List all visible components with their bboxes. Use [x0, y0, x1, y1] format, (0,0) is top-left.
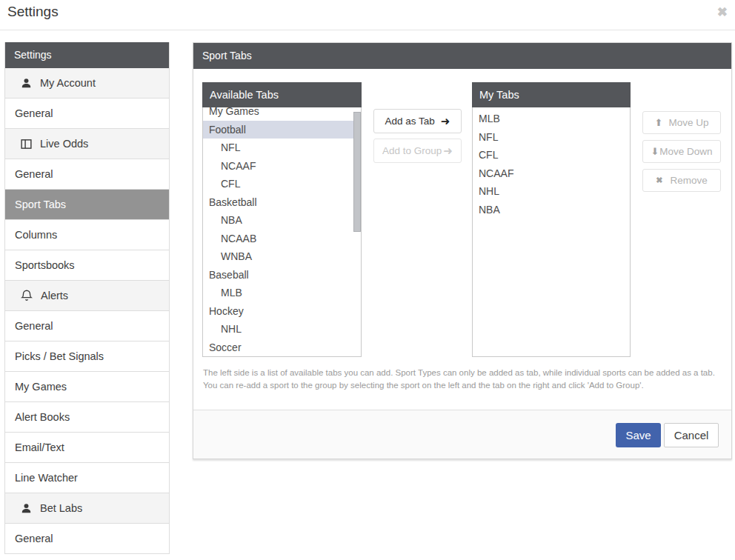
- available-tab-wnba[interactable]: WNBA: [203, 247, 361, 266]
- available-tab-football[interactable]: Football: [203, 121, 361, 139]
- sidebar-item-alert-books[interactable]: Alert Books: [5, 402, 169, 433]
- sidebar-item-picks-bet-signals[interactable]: Picks / Bet Signals: [5, 341, 169, 372]
- remove-button[interactable]: ✖ Remove: [642, 169, 721, 192]
- add-as-tab-label: Add as Tab: [385, 116, 435, 127]
- sidebar-item-label: Alerts: [41, 290, 68, 301]
- sidebar-item-label: General: [15, 533, 53, 544]
- arrow-right-icon: ➜: [441, 116, 450, 127]
- sidebar-item-label: General: [15, 320, 53, 332]
- sidebar-header: Settings: [5, 42, 169, 68]
- person-icon: [20, 502, 33, 515]
- available-tab-mlb[interactable]: MLB: [203, 284, 361, 302]
- close-icon[interactable]: ✖: [717, 4, 728, 20]
- available-tab-soccer[interactable]: Soccer: [203, 339, 361, 357]
- sidebar-item-alerts-general[interactable]: General: [5, 311, 169, 341]
- sidebar-item-label: My Account: [40, 77, 96, 89]
- sidebar-item-label: Live Odds: [40, 138, 88, 150]
- available-tab-nba[interactable]: NBA: [203, 211, 361, 230]
- dialog-title: Settings: [7, 4, 59, 20]
- sidebar-item-label: Email/Text: [15, 441, 64, 453]
- add-to-group-label: Add to Group: [382, 145, 442, 156]
- available-tabs-listbox: Available Tabs My Games Football NFL NCA…: [202, 82, 362, 357]
- add-as-tab-button[interactable]: Add as Tab ➜: [373, 109, 462, 133]
- sidebar-item-email-text[interactable]: Email/Text: [5, 433, 169, 463]
- my-tabs-header: My Tabs: [472, 82, 631, 107]
- my-tab-nfl[interactable]: NFL: [473, 128, 630, 147]
- my-tab-nhl[interactable]: NHL: [473, 182, 630, 201]
- sidebar-item-label: Bet Labs: [40, 502, 82, 514]
- sidebar-item-my-games[interactable]: My Games: [5, 372, 169, 402]
- available-tabs-list: My Games Football NFL NCAAF CFL Basketba…: [202, 107, 362, 357]
- sidebar-item-label: My Games: [15, 381, 67, 393]
- arrow-right-icon: ➜: [443, 145, 453, 156]
- panel-body: Available Tabs My Games Football NFL NCA…: [193, 69, 731, 410]
- available-tab-nhl[interactable]: NHL: [203, 320, 361, 339]
- person-icon: [20, 77, 33, 90]
- my-tab-cfl[interactable]: CFL: [473, 146, 630, 164]
- sidebar-item-betlabs-general[interactable]: General: [5, 524, 169, 554]
- available-tab-my-games[interactable]: My Games: [203, 107, 361, 121]
- move-up-button[interactable]: ⬆ Move Up: [642, 111, 721, 134]
- sidebar-item-bet-labs[interactable]: Bet Labs: [5, 493, 169, 524]
- sidebar-item-live-odds[interactable]: Live Odds: [5, 129, 169, 159]
- my-tabs-list: MLB NFL CFL NCAAF NHL NBA: [472, 107, 631, 357]
- available-tab-baseball[interactable]: Baseball: [203, 266, 361, 284]
- top-divider: [0, 30, 735, 30]
- sidebar-item-label: Columns: [15, 229, 57, 241]
- sidebar-item-label: Line Watcher: [15, 472, 78, 484]
- sidebar-item-label: Alert Books: [15, 411, 70, 423]
- sidebar-item-account-general[interactable]: General: [5, 99, 169, 129]
- sidebar-item-sportsbooks[interactable]: Sportsbooks: [5, 250, 169, 281]
- settings-sidebar: Settings My Account General Live Odds Ge…: [4, 42, 170, 554]
- my-tab-mlb[interactable]: MLB: [473, 110, 630, 128]
- sidebar-item-sport-tabs[interactable]: Sport Tabs: [5, 190, 169, 220]
- bell-icon: [20, 289, 33, 302]
- x-icon: ✖: [656, 176, 662, 184]
- sidebar-item-line-watcher[interactable]: Line Watcher: [5, 463, 169, 493]
- sidebar-item-alerts[interactable]: Alerts: [5, 281, 169, 311]
- panel-header: Sport Tabs: [193, 43, 731, 69]
- arrow-up-icon: ⬆: [655, 118, 663, 127]
- sidebar-item-columns[interactable]: Columns: [5, 220, 169, 250]
- available-tab-basketball[interactable]: Basketball: [203, 193, 361, 212]
- available-tabs-header: Available Tabs: [202, 82, 362, 107]
- sidebar-item-label: General: [15, 168, 53, 180]
- description-text: The left side is a list of available tab…: [203, 367, 723, 393]
- available-tab-ncaaf[interactable]: NCAAF: [203, 157, 361, 176]
- cancel-button[interactable]: Cancel: [664, 423, 719, 447]
- available-tab-hockey[interactable]: Hockey: [203, 302, 361, 321]
- add-to-group-button[interactable]: Add to Group ➜: [373, 139, 462, 163]
- my-tab-nba[interactable]: NBA: [473, 201, 630, 219]
- available-tab-cfl[interactable]: CFL: [203, 175, 361, 193]
- sidebar-item-liveodds-general[interactable]: General: [5, 159, 169, 190]
- sidebar-item-label: Picks / Bet Signals: [15, 350, 104, 362]
- columns-icon: [20, 138, 33, 150]
- sidebar-item-my-account[interactable]: My Account: [5, 68, 169, 99]
- available-tab-ncaab[interactable]: NCAAB: [203, 230, 361, 248]
- remove-label: Remove: [670, 175, 707, 186]
- scrollbar-thumb[interactable]: [353, 112, 361, 232]
- save-button[interactable]: Save: [616, 423, 661, 447]
- my-tab-ncaaf[interactable]: NCAAF: [473, 164, 630, 183]
- move-down-button[interactable]: ⬇ Move Down: [642, 140, 721, 163]
- sidebar-item-label: Sport Tabs: [15, 199, 66, 210]
- my-tabs-listbox: My Tabs MLB NFL CFL NCAAF NHL NBA: [472, 82, 631, 357]
- panel-footer: Save Cancel: [193, 410, 731, 459]
- sidebar-item-label: General: [15, 107, 53, 119]
- sidebar-item-label: Sportsbooks: [15, 259, 75, 271]
- arrow-down-icon: ⬇: [651, 147, 659, 156]
- sport-tabs-panel: Sport Tabs Available Tabs My Games Footb…: [193, 42, 732, 459]
- move-up-label: Move Up: [668, 117, 708, 128]
- available-tab-nfl[interactable]: NFL: [203, 139, 361, 157]
- move-down-label: Move Down: [659, 146, 712, 157]
